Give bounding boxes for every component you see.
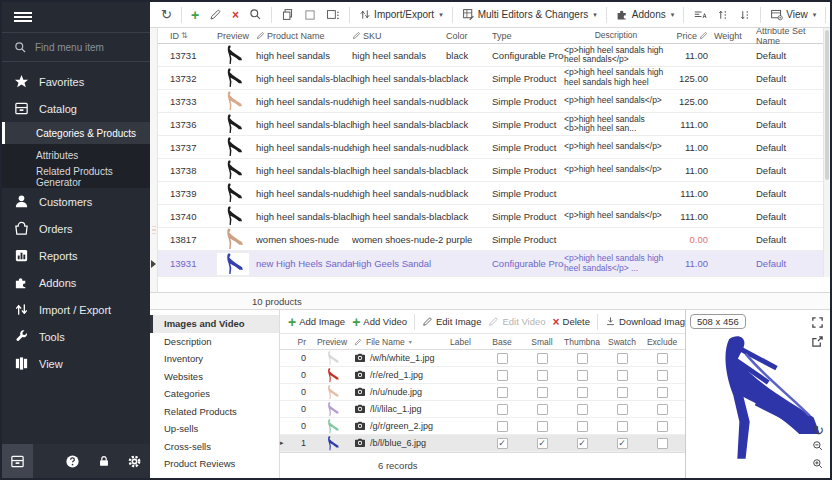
edit-product-button[interactable] — [206, 6, 225, 23]
checkbox[interactable] — [577, 387, 588, 398]
tab-up-sells[interactable]: Up-sells — [150, 420, 279, 438]
sidebar-item-favorites[interactable]: Favorites — [2, 68, 150, 95]
column-header-color[interactable]: Color — [446, 31, 492, 41]
column-header-description[interactable]: Description — [564, 31, 668, 41]
column-header-price[interactable]: Price — [668, 31, 714, 41]
image-row[interactable]: 0/w/h/white_1.jpg — [280, 350, 685, 367]
checkbox[interactable] — [577, 404, 588, 415]
help-button[interactable] — [57, 444, 88, 478]
add-product-button[interactable]: + — [188, 7, 202, 23]
checkbox[interactable] — [537, 421, 548, 432]
checkbox[interactable]: ✓ — [497, 438, 508, 449]
duplicate-button[interactable] — [278, 6, 297, 23]
checkbox[interactable] — [657, 387, 668, 398]
image-row[interactable]: ▸1/b/l/blue_6.jpg✓✓✓✓ — [280, 435, 685, 452]
product-row-13737[interactable]: 13737high heel sandals-nude-36high heel … — [158, 136, 830, 159]
add-video-button[interactable]: +Add Video — [350, 314, 409, 330]
checkbox[interactable]: ✓ — [537, 438, 548, 449]
column-header-sku[interactable]: SKU — [352, 31, 446, 41]
column-header-position[interactable]: Pr — [288, 337, 310, 347]
sidebar-subitem-related-products-generator[interactable]: Related Products Generator — [2, 166, 150, 188]
checkbox[interactable] — [617, 387, 628, 398]
tab-product-reviews[interactable]: Product Reviews — [150, 455, 279, 473]
sidebar-item-addons[interactable]: Addons — [2, 269, 150, 296]
tab-inventory[interactable]: Inventory — [150, 350, 279, 368]
column-header-image-preview[interactable]: Preview — [310, 337, 354, 347]
menu-toggle-button[interactable] — [2, 2, 150, 32]
sidebar-item-tools[interactable]: Tools — [2, 323, 150, 350]
checkbox-mode-button[interactable] — [301, 7, 319, 23]
checkbox[interactable] — [617, 421, 628, 432]
checkbox[interactable] — [537, 353, 548, 364]
tab-cross-sells[interactable]: Cross-sells — [150, 438, 279, 456]
refresh-button[interactable]: ↻ — [158, 7, 175, 23]
column-header-small[interactable]: Small — [522, 337, 562, 347]
column-header-attribute-set[interactable]: Attribute Set Name — [752, 28, 824, 46]
checkbox[interactable] — [617, 370, 628, 381]
addons-button[interactable]: Addons▾ — [613, 6, 677, 23]
column-header-file-name[interactable]: File Name▾ — [354, 337, 450, 347]
product-row-13817[interactable]: 13817women shoes-nudewomen shoes-nude-2p… — [158, 228, 830, 251]
checkbox[interactable] — [577, 370, 588, 381]
product-row-13732[interactable]: 13732high heel sandals-blackhigh heel sa… — [158, 67, 830, 90]
checkbox[interactable] — [497, 353, 508, 364]
column-header-preview[interactable]: Preview — [210, 31, 256, 41]
product-row-13736[interactable]: 13736high heel sandals-black-36high heel… — [158, 113, 830, 136]
checkbox[interactable] — [657, 404, 668, 415]
checkbox[interactable] — [617, 353, 628, 364]
sidebar-item-orders[interactable]: Orders — [2, 215, 150, 242]
expand-rows-button[interactable] — [714, 7, 732, 23]
checkbox[interactable]: ✓ — [617, 438, 628, 449]
checkbox[interactable] — [537, 370, 548, 381]
column-header-type[interactable]: Type — [492, 31, 564, 41]
sidebar-item-reports[interactable]: Reports — [2, 242, 150, 269]
column-header-product-name[interactable]: Product Name — [256, 31, 352, 41]
checkbox[interactable] — [537, 387, 548, 398]
checkbox[interactable] — [617, 404, 628, 415]
column-header-thumbnail[interactable]: Thumbna — [562, 337, 602, 347]
grid-splitter[interactable]: :::: — [150, 28, 158, 292]
lock-button[interactable] — [88, 444, 119, 478]
sidebar-item-customers[interactable]: Customers — [2, 188, 150, 215]
search-button[interactable] — [246, 6, 265, 23]
sidebar-item-import-export[interactable]: Import / Export — [2, 296, 150, 323]
image-row[interactable]: 0/r/e/red_1.jpg — [280, 367, 685, 384]
tab-images-and-video[interactable]: Images and Video — [150, 315, 279, 333]
product-row-13733[interactable]: 13733high heel sandals-nudehigh heel san… — [158, 90, 830, 113]
column-header-exclude[interactable]: Exclude — [642, 337, 682, 347]
select-columns-button[interactable] — [323, 6, 343, 23]
sidebar-item-catalog[interactable]: Catalog — [2, 95, 150, 122]
sidebar-search-input[interactable]: Find menu item — [2, 32, 150, 62]
checkbox[interactable]: ✓ — [577, 438, 588, 449]
column-header-id[interactable]: ID⇅ — [168, 31, 210, 41]
product-row-13739[interactable]: 13739high heel sandals-nude-37high heel … — [158, 182, 830, 205]
checkbox[interactable] — [497, 387, 508, 398]
edit-image-button[interactable]: Edit Image — [420, 314, 483, 329]
image-row[interactable]: 0/l/i/lilac_1.jpg — [280, 401, 685, 418]
checkbox[interactable] — [577, 353, 588, 364]
checkbox[interactable] — [537, 404, 548, 415]
image-row[interactable]: 0/g/r/green_2.jpg — [280, 418, 685, 435]
delete-product-button[interactable]: × — [229, 7, 242, 23]
multi-editors-button[interactable]: Multi Editors & Changers▾ — [459, 6, 600, 23]
view-button[interactable]: View▾ — [767, 6, 819, 23]
checkbox[interactable] — [657, 370, 668, 381]
checkbox[interactable] — [657, 353, 668, 364]
product-row-13731[interactable]: 13731high heel sandalshigh heel sandalsb… — [158, 44, 830, 67]
column-header-weight[interactable]: Weight — [714, 31, 752, 41]
product-row-13740[interactable]: 13740high heel sandals-black-38high heel… — [158, 205, 830, 228]
tab-related-products[interactable]: Related Products — [150, 403, 279, 421]
product-row-13931[interactable]: 13931new High Heels SandalsHigh Geels Sa… — [158, 251, 830, 277]
zoom-in-button[interactable] — [812, 456, 824, 474]
checkbox[interactable] — [657, 421, 668, 432]
import-export-button[interactable]: Import/Export▾ — [356, 6, 446, 23]
add-image-button[interactable]: +Add Image — [286, 314, 347, 330]
delete-image-button[interactable]: ×Delete — [551, 314, 592, 330]
column-header-swatch[interactable]: Swatch — [602, 337, 642, 347]
sidebar-subitem-categories-products[interactable]: Categories & Products — [2, 122, 150, 144]
rotate-button[interactable]: ↻ — [813, 423, 824, 438]
checkbox[interactable] — [497, 421, 508, 432]
settings-button[interactable] — [119, 444, 150, 478]
column-header-base[interactable]: Base — [482, 337, 522, 347]
image-row[interactable]: 0/n/u/nude.jpg — [280, 384, 685, 401]
